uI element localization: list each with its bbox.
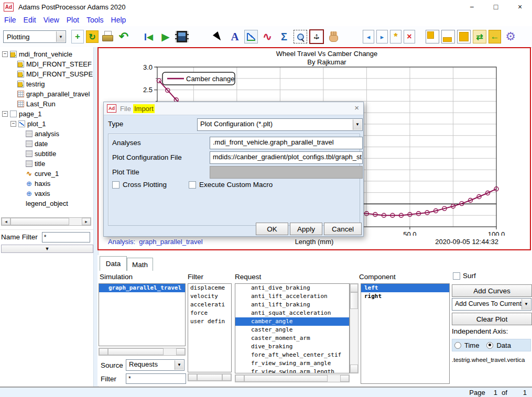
list-item[interactable]: dive_braking	[235, 343, 349, 351]
pan-icon[interactable]	[326, 29, 341, 44]
text-tool-icon[interactable]: A	[227, 29, 242, 44]
execute-custom-macro-checkbox[interactable]	[189, 181, 196, 189]
scroll-up-icon[interactable]	[350, 284, 358, 292]
dialog-titlebar[interactable]: Ad File Import ×	[104, 102, 363, 115]
zoom-region-icon[interactable]	[294, 30, 307, 43]
swap-views-icon[interactable]: ⇄	[473, 30, 486, 43]
cancel-button[interactable]: Cancel	[324, 223, 362, 235]
scroll-left-icon[interactable]: ◂	[2, 218, 10, 225]
list-item[interactable]: graph_parallel_travel	[99, 284, 185, 292]
select-cursor-icon[interactable]	[211, 29, 225, 44]
list-item[interactable]: force	[188, 309, 231, 317]
list-item[interactable]: caster_moment_arm	[235, 334, 349, 343]
new-page-icon[interactable]: +	[71, 30, 84, 43]
menu-view[interactable]: View	[40, 15, 63, 25]
new-page-2-icon[interactable]: *	[390, 30, 401, 43]
list-item[interactable]: fore_aft_wheel_center_stif	[235, 351, 349, 359]
filter-input[interactable]: *	[126, 373, 186, 384]
list-item[interactable]: anti_lift_braking	[235, 301, 349, 309]
tree-item-legend_object[interactable]: legend_object	[1, 198, 93, 208]
scroll-left-icon[interactable]	[99, 348, 108, 355]
plot-configuration-file-field[interactable]: mdids://canber_gradient/plot_configs.tbl…	[210, 151, 363, 164]
maximize-icon[interactable]: □	[484, 0, 508, 14]
minimize-icon[interactable]: −	[460, 0, 484, 14]
tree-collapse-button[interactable]: ▼	[1, 245, 93, 253]
scrollbar-thumb[interactable]	[10, 218, 69, 225]
time-radio[interactable]	[454, 342, 461, 349]
play-icon[interactable]: ▶	[158, 29, 173, 44]
tree-item-date[interactable]: date	[1, 139, 93, 149]
filter-hscrollbar[interactable]	[188, 373, 232, 381]
print-icon[interactable]	[101, 29, 114, 44]
list-item[interactable]: user defin	[188, 317, 231, 326]
request-vscrollbar[interactable]	[350, 283, 359, 373]
simulation-hscrollbar[interactable]	[99, 348, 186, 356]
layout-full-icon[interactable]	[457, 30, 471, 43]
list-item[interactable]: displaceme	[188, 284, 231, 292]
tree-item-mdi_front_vehicle[interactable]: −mdi_front_vehicle	[1, 49, 93, 59]
tree-toggle-icon[interactable]: −	[2, 51, 8, 57]
data-radio[interactable]	[486, 342, 493, 349]
fit-view-icon[interactable]	[309, 29, 324, 44]
menu-file[interactable]: File	[1, 15, 20, 25]
list-item[interactable]: left	[361, 284, 449, 292]
list-item[interactable]: accelerati	[188, 301, 231, 309]
reload-icon[interactable]: ↻	[86, 30, 99, 43]
prev-page-icon[interactable]: ◂	[363, 30, 374, 43]
undo-icon[interactable]: ↶	[116, 29, 131, 44]
request-hscrollbar[interactable]	[235, 374, 350, 382]
tree-item-MDI_FRONT_STEEF[interactable]: MDI_FRONT_STEEF	[1, 59, 93, 69]
list-item[interactable]: caster_angle	[235, 326, 349, 334]
tree-item-vaxis[interactable]: ⊕vaxis	[1, 189, 93, 198]
menu-tools[interactable]: Tools	[83, 15, 108, 25]
tree-item-MDI_FRONT_SUSPE[interactable]: MDI_FRONT_SUSPE	[1, 69, 93, 79]
skip-to-start-icon[interactable]: ◀	[142, 29, 156, 44]
curve-tool-icon[interactable]: ∿	[260, 29, 275, 44]
window-titlebar[interactable]: Ad Adams PostProcessor Adams 2020 − □ ×	[0, 0, 532, 14]
tree-toggle-icon[interactable]: −	[2, 111, 8, 117]
menu-plot[interactable]: Plot	[63, 15, 83, 25]
tree-toggle-icon[interactable]: −	[10, 121, 16, 127]
tab-math[interactable]: Math	[127, 258, 153, 271]
tree-item-analysis[interactable]: analysis	[1, 129, 93, 139]
tree-item-haxis[interactable]: ⊕haxis	[1, 179, 93, 189]
type-select[interactable]: Plot Configuration (*.plt) ▼	[197, 118, 363, 131]
tree-item-page_1[interactable]: −page_1	[1, 109, 93, 119]
scroll-right-icon[interactable]: ▸	[82, 218, 91, 225]
add-curves-mode-select[interactable]: Add Curves To Current ▼	[452, 298, 531, 311]
scroll-left-icon[interactable]	[235, 375, 244, 382]
name-filter-input[interactable]	[42, 232, 90, 242]
next-page-icon[interactable]: ▸	[376, 30, 388, 43]
tab-data[interactable]: Data	[100, 256, 127, 271]
list-item[interactable]: right	[361, 292, 449, 301]
tree-item-Last_Run[interactable]: Last_Run	[1, 99, 93, 109]
layout-bottom-icon[interactable]	[441, 30, 455, 43]
apply-button[interactable]: Apply	[290, 223, 322, 235]
analyses-field[interactable]: .mdi_front_vehicle.graph_parallel_travel	[210, 137, 363, 149]
delete-page-icon[interactable]: ×	[404, 30, 415, 43]
tree-horizontal-scrollbar[interactable]: ◂ ▸	[1, 217, 91, 226]
ok-button[interactable]: OK	[256, 223, 288, 235]
animation-icon[interactable]	[175, 31, 189, 42]
settings-gear-icon[interactable]: ⚙	[503, 29, 518, 44]
tree-item-subtitle[interactable]: subtitle	[1, 149, 93, 159]
tree-item-graph_parallel_travel[interactable]: graph_parallel_travel	[1, 89, 93, 99]
scroll-left-icon[interactable]	[188, 374, 197, 381]
close-icon[interactable]: ×	[508, 0, 532, 14]
scroll-down-icon[interactable]	[350, 365, 358, 373]
menu-help[interactable]: Help	[108, 15, 131, 25]
layout-left-icon[interactable]	[426, 30, 439, 43]
tree-item-testrig[interactable]: testrig	[1, 79, 93, 89]
workspace-mode-select[interactable]: Plotting ▼	[3, 30, 66, 43]
list-item[interactable]: camber_angle	[235, 317, 349, 326]
clear-plot-button[interactable]: Clear Plot	[452, 313, 532, 325]
source-select[interactable]: Requests ▼	[126, 359, 184, 371]
list-item[interactable]: velocity	[188, 292, 231, 301]
surf-checkbox[interactable]	[453, 272, 460, 280]
list-item[interactable]: anti_dive_braking	[235, 284, 349, 292]
dialog-close-icon[interactable]: ×	[354, 103, 359, 112]
scroll-right-icon[interactable]	[340, 375, 349, 382]
plot-tool-icon[interactable]	[244, 30, 258, 43]
list-item[interactable]: anti_squat_acceleration	[235, 309, 349, 317]
add-curves-button[interactable]: Add Curves	[452, 284, 532, 297]
